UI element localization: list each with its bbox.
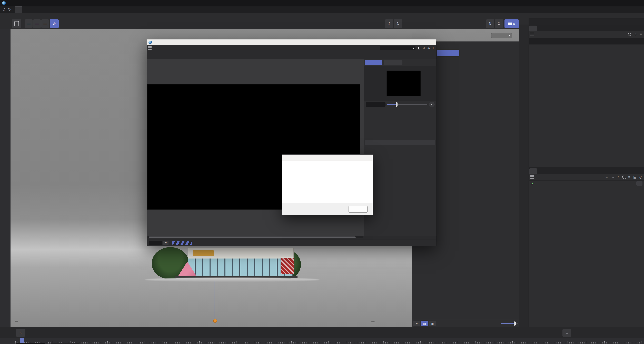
tab-istogramma[interactable]	[384, 60, 402, 65]
history-button[interactable]	[12, 19, 21, 28]
right-command-strip	[519, 24, 529, 327]
material-manager-footer: ≡ ▦ ▣	[412, 320, 519, 327]
viewport-status-left	[15, 321, 18, 322]
attribute-manager-tabs	[529, 167, 644, 174]
timeline-start-field[interactable]	[16, 343, 45, 344]
scene-glass-panels	[188, 259, 293, 277]
back-icon[interactable]: ←	[605, 175, 608, 179]
tab-attributi[interactable]	[530, 168, 537, 174]
thumbnail-size-slider[interactable]	[501, 323, 518, 324]
lock-x-axis-button[interactable]	[25, 19, 32, 28]
object-search-field[interactable]	[529, 38, 644, 44]
viewport-playhead-line	[214, 281, 215, 320]
view-settings-button[interactable]: ⚙	[495, 19, 503, 28]
navigator-thumbnail[interactable]	[387, 71, 420, 96]
menu-icon[interactable]	[530, 33, 534, 36]
external-window-icon[interactable]: ⧉	[423, 46, 425, 50]
menu-icon[interactable]	[148, 46, 152, 50]
cinema4d-logo-icon	[2, 1, 6, 5]
zoom-slider[interactable]	[387, 104, 427, 105]
lock-y-axis-button[interactable]	[33, 19, 41, 28]
grid-view-icon[interactable]: ▦	[421, 321, 428, 326]
pan-icon[interactable]: ⊕	[427, 46, 430, 50]
lock-z-axis-button[interactable]	[41, 19, 49, 28]
grid-spacing-label	[371, 321, 375, 322]
layer-view-icon[interactable]: ▣	[429, 321, 436, 326]
coordinate-system-button[interactable]: ⊕	[50, 19, 59, 28]
forward-icon[interactable]: →	[611, 175, 614, 179]
scene-sign	[193, 250, 214, 256]
horizontal-scrollbar[interactable]	[148, 236, 363, 238]
home-icon[interactable]: ⌂	[634, 32, 636, 36]
search-icon[interactable]	[628, 33, 631, 36]
object-manager: ⌂ ≡	[528, 24, 644, 167]
timeline-ruler[interactable]	[0, 338, 644, 344]
timeline: ◇ ∟	[0, 327, 644, 344]
bw-toggle-icon[interactable]: ◧	[418, 46, 420, 50]
attribute-section-header[interactable]	[529, 193, 644, 199]
render-progress-bar	[172, 241, 192, 245]
document-tabbar: ↺ ↻	[0, 6, 644, 13]
history-table	[365, 140, 436, 145]
main-menubar	[0, 13, 644, 18]
up-icon[interactable]: ↑	[618, 175, 619, 179]
interactive-render-button[interactable]: ▮▮⚙	[504, 19, 519, 28]
chevron-down-icon: ▾	[509, 34, 510, 37]
search-icon[interactable]	[622, 175, 625, 178]
picture-viewer-menubar: ▾ ◧ ⧉ ⊕ ⇕	[147, 45, 436, 51]
material-tab-active[interactable]	[437, 50, 460, 56]
attribute-manager-menubar: ← → ↑ ≡ ▣ ◎	[529, 174, 644, 181]
zoom-value-field[interactable]	[366, 102, 386, 107]
menu-icon[interactable]	[530, 175, 534, 179]
preset-dropdown[interactable]	[636, 181, 642, 186]
tab-oggetti[interactable]	[530, 25, 537, 31]
camera-view-dropdown[interactable]: ▾	[491, 33, 512, 38]
fit-vertical-icon[interactable]: ⇕	[432, 46, 435, 50]
plugin-error-footer	[282, 203, 372, 215]
scene-ground	[145, 278, 320, 282]
polygon-reduction-icon: ▲	[531, 181, 534, 185]
viewport-playhead-marker[interactable]	[213, 319, 217, 323]
target-icon[interactable]: ◎	[639, 175, 642, 179]
timeline-end-field[interactable]	[51, 343, 80, 344]
filter-icon[interactable]: ≡	[628, 175, 630, 179]
picture-viewer-statusbar: ▼	[147, 240, 436, 246]
undo-icon[interactable]: ↺	[1, 7, 7, 12]
list-view-icon[interactable]: ≡	[413, 321, 420, 326]
document-tab[interactable]	[15, 6, 22, 13]
app-titlebar	[0, 0, 644, 6]
cinema4d-logo-icon	[148, 41, 152, 44]
picture-viewer-sidebar: ▼	[364, 59, 436, 236]
cinema4d-app: ↺ ↻ ⊕ ↥ ↻ ⇅ ⚙ ▮▮⚙	[0, 0, 644, 344]
chevron-down-icon: ▾	[412, 46, 414, 50]
scene-red-sign	[280, 258, 294, 274]
reset-workplane-button[interactable]: ↻	[394, 19, 402, 28]
left-tool-palette	[0, 29, 11, 327]
tab-livelli[interactable]	[537, 168, 544, 174]
attribute-manager: ← → ↑ ≡ ▣ ◎ ▲	[528, 167, 644, 327]
picture-viewer-titlebar[interactable]	[147, 39, 436, 45]
swap-views-button[interactable]: ⇅	[486, 19, 494, 28]
plugin-error-titlebar[interactable]	[282, 155, 372, 161]
status-zoom-field[interactable]	[149, 241, 162, 245]
attribute-object-header: ▲	[529, 181, 644, 186]
view-transform-dropdown[interactable]: ▾	[380, 46, 416, 50]
lock-icon[interactable]: ▣	[633, 175, 636, 179]
filter-icon[interactable]: ≡	[640, 32, 642, 36]
redo-icon[interactable]: ↻	[7, 7, 12, 12]
object-manager-menubar: ⌂ ≡	[529, 31, 644, 38]
picture-viewer-toolbar	[147, 51, 436, 59]
navigator-preview-panel	[364, 66, 436, 101]
object-manager-tabs	[529, 24, 644, 31]
add-keyframe-button[interactable]: ◇	[16, 329, 25, 337]
chevron-down-icon[interactable]: ▼	[164, 241, 168, 245]
plugin-error-dialog	[282, 154, 373, 215]
ok-button[interactable]	[348, 206, 368, 213]
viewport-scene	[152, 245, 311, 282]
tab-take[interactable]	[537, 25, 544, 31]
attribute-tab-chips	[529, 186, 644, 193]
workplane-button[interactable]: ↥	[385, 19, 393, 28]
tab-navigatore[interactable]	[365, 60, 382, 65]
timeline-mode-button[interactable]: ∟	[562, 329, 571, 337]
zoom-preset-dropdown[interactable]: ▼	[429, 102, 435, 107]
